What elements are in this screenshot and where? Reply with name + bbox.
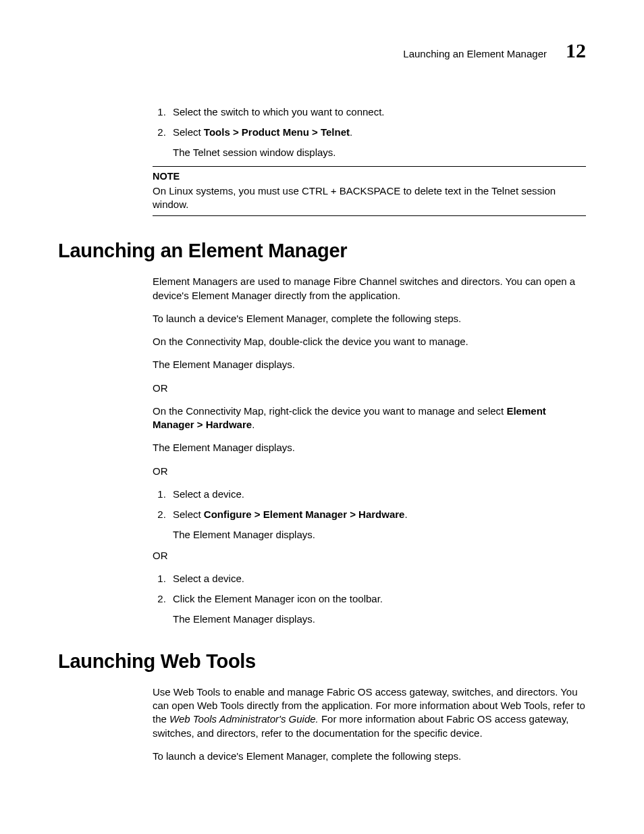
- step-text-post: .: [404, 509, 407, 520]
- section1-body: Element Managers are used to manage Fibr…: [153, 275, 586, 626]
- paragraph: On the Connectivity Map, double-click th…: [153, 335, 586, 348]
- list-item: Select a device.: [169, 488, 586, 501]
- section-heading-web-tools: Launching Web Tools: [58, 648, 586, 675]
- step-text-pre: Select: [173, 509, 204, 520]
- or-separator: OR: [153, 382, 586, 395]
- step-text: Click the Element Manager icon on the to…: [173, 593, 383, 604]
- list-item: Click the Element Manager icon on the to…: [169, 592, 586, 627]
- or-separator: OR: [153, 465, 586, 478]
- step-subtext: The Telnet session window displays.: [173, 146, 586, 159]
- chapter-number: 12: [566, 37, 586, 65]
- or-separator: OR: [153, 549, 586, 563]
- note-box: NOTE On Linux systems, you must use CTRL…: [153, 166, 586, 216]
- paragraph: To launch a device's Element Manager, co…: [153, 750, 586, 763]
- text-post: .: [252, 419, 254, 430]
- text-pre: On the Connectivity Map, right-click the…: [153, 405, 506, 417]
- list-item: Select Configure > Element Manager > Har…: [169, 508, 586, 542]
- note-text: On Linux systems, you must use CTRL + BA…: [153, 184, 586, 212]
- step-text-post: .: [350, 126, 352, 138]
- header-title: Launching an Element Manager: [403, 47, 547, 61]
- paragraph: On the Connectivity Map, right-click the…: [153, 405, 586, 432]
- paragraph: Element Managers are used to manage Fibr…: [153, 275, 586, 303]
- list-item: Select the switch to which you want to c…: [169, 105, 586, 119]
- section2-body: Use Web Tools to enable and manage Fabri…: [153, 685, 586, 763]
- step-text-pre: Select: [173, 126, 204, 138]
- step-text: Select the switch to which you want to c…: [173, 106, 385, 118]
- step-text: Select a device.: [173, 573, 244, 584]
- page: Launching an Element Manager 12 Select t…: [0, 0, 644, 834]
- section-heading-element-manager: Launching an Element Manager: [58, 238, 586, 264]
- paragraph: Use Web Tools to enable and manage Fabri…: [153, 685, 586, 740]
- step-text: Select a device.: [173, 488, 244, 500]
- step-subtext: The Element Manager displays.: [173, 528, 586, 542]
- paragraph: The Element Manager displays.: [153, 441, 586, 454]
- step-subtext: The Element Manager displays.: [173, 613, 586, 626]
- paragraph: To launch a device's Element Manager, co…: [153, 312, 586, 325]
- steps-list-b: Select a device. Click the Element Manag…: [153, 572, 586, 627]
- list-item: Select Tools > Product Menu > Telnet. Th…: [169, 126, 586, 160]
- page-header: Launching an Element Manager 12: [58, 37, 586, 65]
- note-label: NOTE: [153, 170, 586, 184]
- paragraph: The Element Manager displays.: [153, 358, 586, 371]
- step-text-bold: Tools > Product Menu > Telnet: [204, 126, 350, 138]
- intro-steps: Select the switch to which you want to c…: [153, 105, 586, 160]
- step-text-bold: Configure > Element Manager > Hardware: [204, 509, 405, 520]
- intro-block: Select the switch to which you want to c…: [153, 105, 586, 217]
- list-item: Select a device.: [169, 572, 586, 585]
- text-italic: Web Tools Administrator's Guide.: [169, 713, 319, 725]
- steps-list-a: Select a device. Select Configure > Elem…: [153, 488, 586, 542]
